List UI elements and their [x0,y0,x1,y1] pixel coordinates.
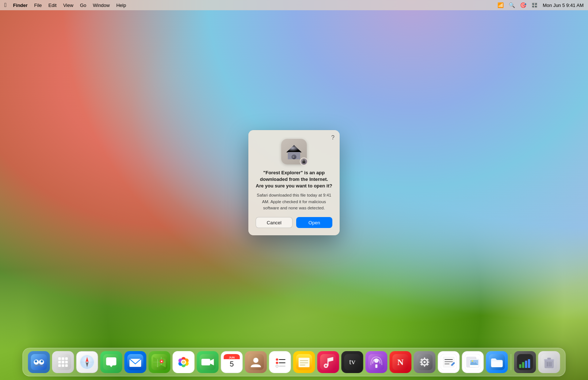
notes-icon [296,354,312,370]
dock: JUN 5 [23,348,566,376]
istatmenus-icon [517,354,533,370]
dock-item-messages[interactable] [100,351,122,373]
dock-item-contacts[interactable] [245,351,267,373]
svg-rect-61 [299,358,310,367]
controlcenter-icon[interactable]: 🎛️ [531,2,538,8]
svg-rect-88 [443,357,454,367]
menubar-left:  Finder File Edit View Go Window Help [4,2,126,8]
svg-rect-16 [58,361,61,364]
dock-item-files[interactable] [486,351,508,373]
svg-rect-81 [420,362,422,363]
dock-item-finder[interactable] [28,351,50,373]
svg-rect-82 [427,362,429,363]
dock-item-trash[interactable] [538,351,560,373]
wifi-icon[interactable]: 📶 [497,2,504,8]
apple-menu[interactable]:  [4,2,7,8]
svg-text:tv: tv [349,357,355,366]
svg-rect-101 [522,362,524,368]
svg-point-52 [253,358,259,363]
maps-icon [152,354,168,370]
calendar-icon: JUN 5 [224,354,240,370]
reminders-icon [272,354,288,370]
open-button[interactable]: Open [296,217,332,228]
music-icon [320,354,336,370]
finder-icon [31,354,47,370]
dialog-body: Safari downloaded this file today at 9:4… [256,192,332,211]
menubar-right: 📶 🔍 🎯 🎛️ Mon Jun 5 9:41 AM [497,2,584,8]
svg-rect-100 [519,364,522,368]
dock-item-safari[interactable] [76,351,98,373]
dialog-buttons: Cancel Open [256,217,332,228]
svg-point-11 [41,360,43,362]
dock-item-maps[interactable] [149,351,171,373]
menubar-view[interactable]: View [63,3,73,8]
menubar-go[interactable]: Go [80,3,86,8]
preview-icon [465,354,481,370]
dialog-icon-wrapper [281,139,307,164]
dock-item-appletv[interactable]: tv [341,351,363,373]
dock-item-launchpad[interactable] [52,351,74,373]
menubar-window[interactable]: Window [93,3,110,8]
svg-point-97 [472,360,473,362]
svg-point-56 [276,362,278,364]
lock-icon [302,159,306,164]
datetime-display: Mon Jun 5 9:41 AM [543,3,584,8]
svg-rect-80 [424,365,425,367]
dock-item-mail[interactable] [125,351,146,373]
cancel-button[interactable]: Cancel [256,217,293,228]
settings-icon [417,354,433,370]
svg-point-33 [161,361,163,362]
news-icon: N [393,354,409,370]
dock-item-news[interactable]: N [390,351,412,373]
svg-rect-14 [62,357,64,360]
dock-container: JUN 5 [23,348,566,376]
dock-item-facetime[interactable] [197,351,219,373]
launchpad-icon [55,354,71,370]
dock-item-photos[interactable] [173,351,195,373]
search-icon[interactable]: 🔍 [509,2,515,8]
dialog-title: "Forest Explorer" is an app downloaded f… [256,170,332,190]
svg-point-42 [182,361,185,364]
location-icon[interactable]: 🎯 [520,2,526,8]
dock-item-calendar[interactable]: JUN 5 [221,351,243,373]
trash-icon [541,354,557,370]
svg-rect-73 [375,364,378,368]
help-button[interactable]: ? [331,134,335,141]
svg-point-78 [424,361,426,363]
svg-rect-13 [58,357,61,360]
mail-icon [127,354,144,370]
house-svg [286,144,302,160]
dock-item-music[interactable] [317,351,339,373]
menubar-help[interactable]: Help [116,3,126,8]
dock-item-textedit[interactable] [438,351,460,373]
textedit-icon [441,354,457,370]
appletv-icon: tv [344,354,360,370]
svg-rect-20 [62,364,64,367]
security-dialog: ? [248,130,340,235]
dock-divider [511,354,511,370]
dock-item-podcasts[interactable] [366,351,387,373]
messages-icon [103,354,119,370]
svg-text:5: 5 [230,360,234,368]
svg-rect-53 [272,354,288,370]
svg-rect-103 [528,359,530,368]
svg-rect-102 [525,361,527,368]
dock-item-istatmenus[interactable] [514,351,536,373]
dock-item-settings[interactable] [414,351,436,373]
menubar-file[interactable]: File [34,3,42,8]
menubar-app-name[interactable]: Finder [13,3,28,8]
safari-icon [79,354,95,370]
menubar:  Finder File Edit View Go Window Help 📶… [0,0,588,10]
svg-rect-19 [58,364,61,367]
dock-item-notes[interactable] [293,351,315,373]
svg-rect-6 [302,161,305,163]
lock-badge [300,157,308,166]
svg-point-5 [293,156,295,159]
dock-item-reminders[interactable] [269,351,291,373]
menubar-edit[interactable]: Edit [49,3,57,8]
svg-point-10 [35,360,37,362]
dock-item-preview[interactable] [462,351,484,373]
dialog-overlay: ? [0,0,588,380]
photos-icon [176,354,192,370]
facetime-icon [200,354,216,370]
